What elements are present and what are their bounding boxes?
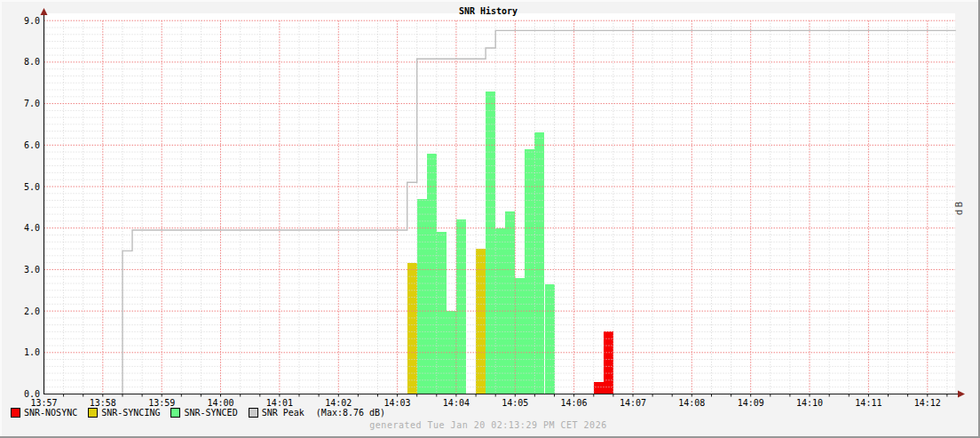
svg-text:14:00: 14:00 [207, 398, 233, 408]
svg-text:7.0: 7.0 [24, 99, 40, 108]
bevel-left-edge [0, 0, 2, 438]
legend-max-note: (Max:8.76 dB) [316, 408, 385, 418]
svg-text:14:05: 14:05 [502, 398, 528, 408]
svg-text:14:02: 14:02 [325, 398, 352, 408]
generated-timestamp: generated Tue Jan 20 02:13:29 PM CET 202… [0, 420, 976, 430]
svg-text:14:06: 14:06 [561, 398, 588, 408]
svg-text:14:10: 14:10 [796, 398, 823, 408]
svg-text:13:57: 13:57 [30, 398, 57, 408]
svg-text:2.0: 2.0 [24, 307, 40, 316]
legend-label-syncing: SNR-SYNCING [101, 408, 160, 418]
svg-text:9.0: 9.0 [24, 16, 40, 26]
legend-label-nosync: SNR-NOSYNC [24, 408, 77, 418]
svg-text:6.0: 6.0 [24, 140, 40, 150]
legend-label-synced: SNR-SYNCED [184, 408, 237, 418]
svg-text:14:07: 14:07 [620, 398, 646, 408]
legend-swatch-peak-icon [249, 408, 258, 418]
legend-item-synced: SNR-SYNCED [170, 408, 237, 418]
bevel-top-edge [0, 0, 980, 2]
snr-history-plot-area: 0.01.02.03.04.05.06.07.08.09.013:5713:58… [0, 0, 980, 438]
svg-text:14:12: 14:12 [914, 398, 941, 408]
svg-text:3.0: 3.0 [24, 265, 40, 275]
svg-text:14:01: 14:01 [266, 398, 293, 408]
right-axis-unit-label: dB [953, 200, 965, 215]
snr-history-graph: 0.01.02.03.04.05.06.07.08.09.013:5713:58… [0, 0, 980, 438]
svg-text:14:08: 14:08 [678, 398, 705, 408]
legend-swatch-syncing-icon [88, 408, 98, 418]
legend-label-peak: SNR Peak [262, 408, 304, 418]
svg-text:14:03: 14:03 [384, 398, 411, 408]
legend-item-peak: SNR Peak [249, 408, 304, 418]
legend-item-nosync: SNR-NOSYNC [11, 408, 77, 418]
svg-text:14:09: 14:09 [738, 398, 764, 408]
svg-text:4.0: 4.0 [24, 223, 40, 233]
legend-item-syncing: SNR-SYNCING [88, 408, 160, 418]
svg-text:13:59: 13:59 [148, 398, 175, 408]
svg-text:8.0: 8.0 [24, 57, 40, 67]
legend-swatch-synced-icon [170, 408, 180, 418]
svg-text:1.0: 1.0 [24, 347, 40, 357]
chart-legend: SNR-NOSYNC SNR-SYNCING SNR-SYNCED SNR Pe… [11, 408, 385, 418]
svg-text:14:04: 14:04 [443, 398, 470, 408]
chart-title: SNR History [0, 6, 976, 16]
svg-text:5.0: 5.0 [24, 182, 40, 192]
svg-text:14:11: 14:11 [855, 398, 881, 408]
legend-swatch-nosync-icon [11, 408, 20, 418]
svg-text:13:58: 13:58 [90, 398, 116, 408]
